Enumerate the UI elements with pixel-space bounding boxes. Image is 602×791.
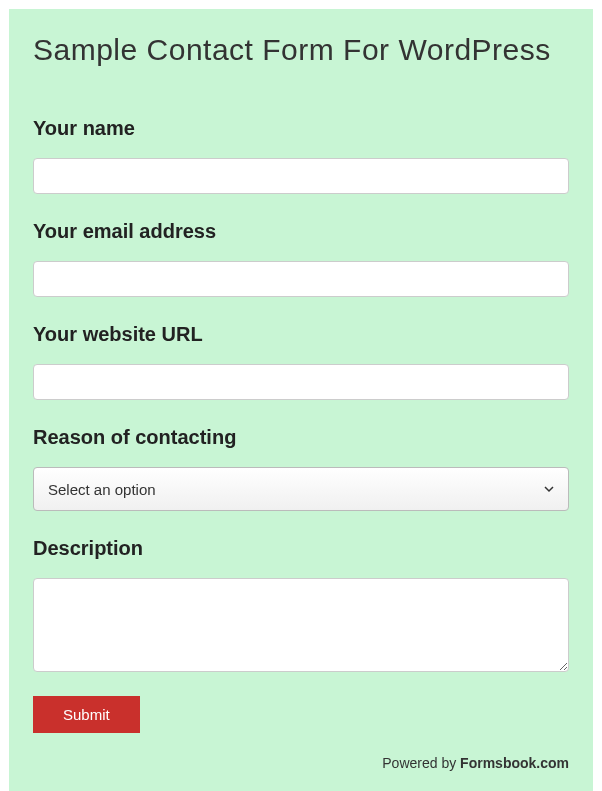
- footer-text: Powered by: [382, 755, 460, 771]
- description-field-group: Description: [33, 537, 569, 676]
- url-input[interactable]: [33, 364, 569, 400]
- name-input[interactable]: [33, 158, 569, 194]
- email-label: Your email address: [33, 220, 569, 243]
- footer-link[interactable]: Formsbook.com: [460, 755, 569, 771]
- reason-field-group: Reason of contacting Select an option: [33, 426, 569, 511]
- form-footer: Powered by Formsbook.com: [33, 755, 569, 771]
- reason-select-wrapper: Select an option: [33, 467, 569, 511]
- name-field-group: Your name: [33, 117, 569, 194]
- description-label: Description: [33, 537, 569, 560]
- url-label: Your website URL: [33, 323, 569, 346]
- email-field-group: Your email address: [33, 220, 569, 297]
- submit-button[interactable]: Submit: [33, 696, 140, 733]
- email-input[interactable]: [33, 261, 569, 297]
- reason-select[interactable]: Select an option: [33, 467, 569, 511]
- url-field-group: Your website URL: [33, 323, 569, 400]
- description-textarea[interactable]: [33, 578, 569, 672]
- form-title: Sample Contact Form For WordPress: [33, 33, 569, 67]
- reason-label: Reason of contacting: [33, 426, 569, 449]
- contact-form-container: Sample Contact Form For WordPress Your n…: [9, 9, 593, 791]
- name-label: Your name: [33, 117, 569, 140]
